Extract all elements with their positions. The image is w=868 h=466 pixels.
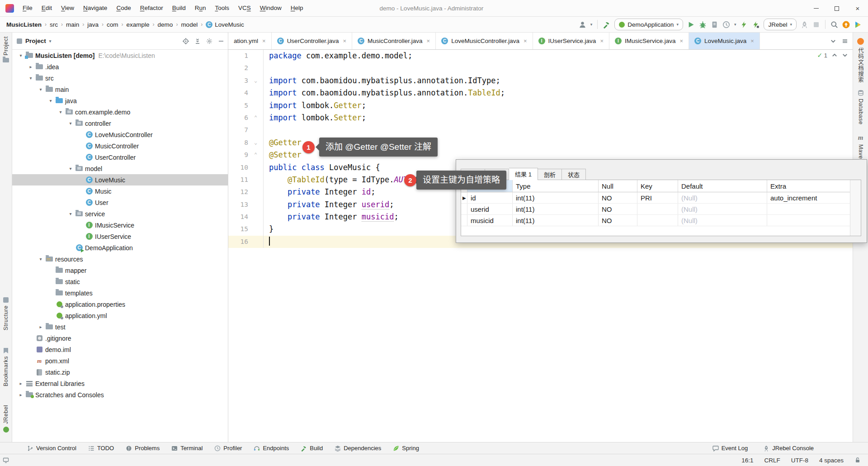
menu-help[interactable]: Help	[287, 0, 307, 16]
tool-window-button-problems[interactable]: Problems	[126, 445, 160, 452]
tool-window-button-build[interactable]: Build	[301, 445, 323, 452]
run-button[interactable]	[687, 21, 695, 29]
tree-item-imusicservice[interactable]: IIMusicService	[12, 219, 228, 231]
tree-item-controller[interactable]: ▾controller	[12, 118, 228, 129]
tree-item-service[interactable]: ▾service	[12, 208, 228, 219]
tool-window-button-event-log[interactable]: Event Log	[712, 445, 748, 452]
tab-list-dropdown-icon[interactable]	[830, 38, 836, 44]
code-editor[interactable]: 1package com.example.demo.model;23⌄impor…	[228, 50, 853, 442]
tree-item-test[interactable]: ▸test	[12, 321, 228, 333]
tree-item-resources[interactable]: ▾resources	[12, 253, 228, 265]
menu-code[interactable]: Code	[112, 0, 135, 16]
tree-item-idea[interactable]: ▸.idea	[12, 61, 228, 72]
tree-chevron-icon[interactable]: ▸	[37, 324, 45, 329]
fold-marker-icon[interactable]: ⌃	[248, 112, 264, 124]
status-line-separator[interactable]: CRLF	[764, 457, 780, 464]
fold-marker-icon[interactable]: ⌃	[248, 149, 264, 161]
code-line-7[interactable]: 7	[228, 124, 853, 136]
tree-chevron-icon[interactable]: ▾	[37, 257, 45, 262]
tool-button-project[interactable]: Project	[0, 36, 12, 62]
tree-item-demoapplication[interactable]: CDemoApplication	[12, 242, 228, 253]
breadcrumb-musiclisten[interactable]: MusicListen	[6, 21, 42, 28]
tool-button-doc-search[interactable]: 代码文档搜索	[853, 38, 868, 83]
tree-chevron-icon[interactable]: ▸	[17, 392, 25, 397]
code-line-6[interactable]: 6⌃import lombok.Setter;	[228, 112, 853, 124]
tree-item-java[interactable]: ▾java	[12, 95, 228, 106]
menu-window[interactable]: Window	[256, 0, 286, 16]
tree-item-music[interactable]: CMusic	[12, 185, 228, 197]
code-line-5[interactable]: 5import lombok.Getter;	[228, 100, 853, 112]
close-icon[interactable]: ×	[427, 38, 430, 44]
tree-item-static[interactable]: static	[12, 276, 228, 287]
collapse-all-icon[interactable]	[194, 38, 201, 44]
fold-marker-icon[interactable]: ⌄	[248, 75, 264, 87]
search-everywhere-icon[interactable]	[830, 21, 838, 29]
db-tab-结果-1[interactable]: 结果 1	[509, 168, 538, 180]
editor-tab-imusicservice-java[interactable]: IIMusicService.java×	[609, 33, 689, 49]
editor-tab-ation-yml[interactable]: ation.yml×	[228, 33, 272, 49]
menu-tools[interactable]: Tools	[211, 0, 234, 16]
db-column-header-null[interactable]: Null	[599, 180, 637, 192]
code-line-3[interactable]: 3⌄import com.baomidou.mybatisplus.annota…	[228, 75, 853, 87]
db-row-musicid[interactable]: musicidint(11)NO(Null)	[461, 215, 861, 226]
tree-item-main[interactable]: ▾main	[12, 84, 228, 95]
tree-item-user[interactable]: CUser	[12, 197, 228, 208]
tree-chevron-icon[interactable]: ▾	[66, 121, 75, 126]
tree-chevron-icon[interactable]: ▾	[66, 211, 75, 216]
hide-panel-icon[interactable]	[218, 38, 224, 44]
user-icon[interactable]	[579, 21, 586, 29]
tool-window-button-version-control[interactable]: Version Control	[27, 445, 76, 452]
tree-item-external-libraries[interactable]: ▸External Libraries	[12, 378, 228, 389]
code-line-1[interactable]: 1package com.example.demo.model;	[228, 50, 853, 62]
lock-icon[interactable]	[854, 457, 861, 463]
tree-chevron-icon[interactable]: ▸	[27, 64, 35, 69]
breadcrumb-example[interactable]: example	[127, 21, 150, 28]
run-config-select[interactable]: DemoApplication ▾	[614, 19, 683, 30]
tree-chevron-icon[interactable]: ▾	[37, 87, 45, 92]
tree-item-usercontroller[interactable]: CUserController	[12, 152, 228, 163]
tree-item-mapper[interactable]: mapper	[12, 265, 228, 276]
tree-chevron-icon[interactable]: ▾	[17, 53, 25, 58]
build-hammer-icon[interactable]	[603, 21, 610, 29]
close-icon[interactable]: ×	[524, 38, 527, 44]
tree-item-application-yml[interactable]: application.yml	[12, 310, 228, 321]
tree-item-templates[interactable]: templates	[12, 287, 228, 299]
jrebel-debug-icon[interactable]	[752, 21, 760, 29]
tree-item-application-properties[interactable]: application.properties	[12, 299, 228, 310]
tool-window-button-spring[interactable]: Spring	[393, 445, 419, 452]
menu-view[interactable]: View	[57, 0, 78, 16]
tree-item-gitignore[interactable]: .gitignore	[12, 333, 228, 344]
tool-window-button-terminal[interactable]: Terminal	[171, 445, 203, 452]
tool-button-database[interactable]: Database	[853, 90, 868, 125]
db-row-id[interactable]: ▶idint(11)NOPRI(Null)auto_increment	[461, 192, 861, 204]
tree-item-static-zip[interactable]: static.zip	[12, 366, 228, 378]
coverage-button[interactable]	[711, 21, 718, 29]
tree-chevron-icon[interactable]: ▾	[66, 166, 75, 171]
locate-target-icon[interactable]	[183, 38, 189, 44]
tree-item-demo-iml[interactable]: demo.iml	[12, 344, 228, 355]
menu-file[interactable]: File	[19, 0, 37, 16]
tree-item-scratches-and-consoles[interactable]: ▸Scratches and Consoles	[12, 389, 228, 400]
menu-build[interactable]: Build	[168, 0, 190, 16]
tab-options-icon[interactable]	[842, 38, 848, 44]
close-button[interactable]: ×	[847, 0, 868, 17]
close-icon[interactable]: ×	[600, 38, 604, 44]
tree-item-com-example-demo[interactable]: ▾com.example.demo	[12, 106, 228, 118]
jrebel-run-icon[interactable]	[740, 21, 748, 29]
tool-window-button-endpoints[interactable]: Endpoints	[254, 445, 289, 452]
tool-window-button-jrebel-console[interactable]: JRebel Console	[763, 445, 814, 452]
db-column-header-default[interactable]: Default	[678, 180, 767, 192]
breadcrumb-demo[interactable]: demo	[158, 21, 173, 28]
editor-tab-lovemusic-java[interactable]: CLoveMusic.java×	[689, 33, 760, 49]
profiler-color-icon[interactable]	[854, 21, 862, 29]
editor-tab-usercontroller-java[interactable]: CUserController.java×	[272, 33, 352, 49]
close-icon[interactable]: ×	[343, 38, 346, 44]
status-monitor-icon[interactable]	[3, 457, 9, 463]
tree-item-musiccontroller[interactable]: CMusicController	[12, 140, 228, 152]
breadcrumb-src[interactable]: src	[50, 21, 58, 28]
menu-run[interactable]: Run	[191, 0, 210, 16]
prev-problem-icon[interactable]	[831, 52, 838, 58]
db-tab-剖析[interactable]: 剖析	[538, 169, 562, 180]
menu-refactor[interactable]: Refactor	[136, 0, 167, 16]
menu-edit[interactable]: Edit	[38, 0, 56, 16]
